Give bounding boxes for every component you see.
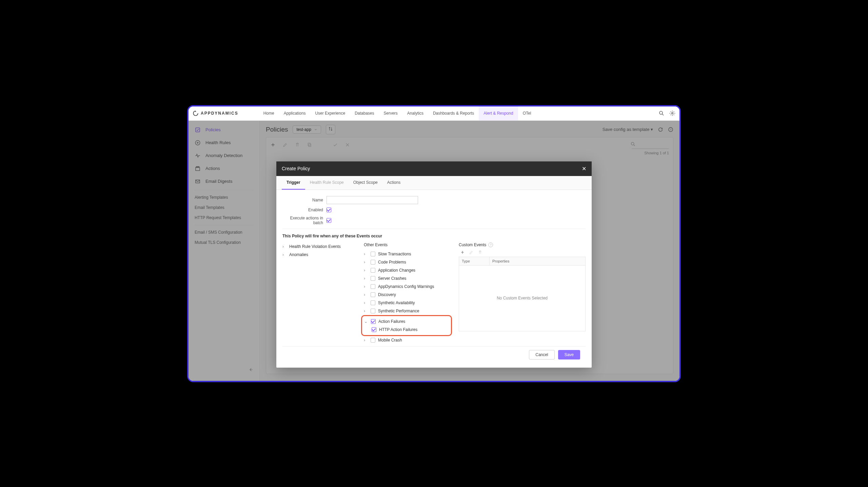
close-icon[interactable]: ✕ [582,165,586,172]
custom-events-toolbar [459,250,586,255]
svg-point-3 [672,113,673,114]
tree-item[interactable]: ›Health Rule Violation Events [282,242,357,251]
event-checkbox[interactable] [371,319,376,324]
policy-name-input[interactable] [327,196,418,204]
chevron-right-icon[interactable]: › [282,244,287,249]
event-label: Action Failures [378,319,405,324]
name-label: Name [282,198,327,202]
modal-tab-actions[interactable]: Actions [382,176,405,190]
event-checkbox[interactable] [372,327,376,332]
event-item[interactable]: ›Mobile Crash [364,336,452,344]
event-item[interactable]: ›Slow Transactions [364,250,452,258]
custom-events-table: Type Properties No Custom Events Selecte… [459,257,586,331]
event-item[interactable]: ›Synthetic Availability [364,299,452,307]
delete-icon[interactable] [478,250,482,255]
chevron-right-icon[interactable]: › [364,338,368,343]
modal-header: Create Policy ✕ [276,161,592,176]
chevron-right-icon[interactable]: › [364,260,368,265]
event-item[interactable]: ›Application Changes [364,266,452,274]
brand-text: APPDYNAMICS [201,111,238,116]
event-label: HTTP Action Failures [379,327,417,332]
topnav-item-databases[interactable]: Databases [350,106,379,120]
trigger-section-title: This Policy will fire when any of these … [282,234,586,238]
edit-icon[interactable] [469,250,474,255]
chevron-right-icon[interactable]: › [364,276,368,281]
event-item[interactable]: ›Server Crashes [364,274,452,283]
topnav-item-alert-respond[interactable]: Alert & Respond [479,106,518,120]
chevron-right-icon[interactable]: › [364,300,368,305]
gear-icon[interactable] [669,110,675,116]
topbar-actions [658,110,675,116]
appdynamics-logo-icon [193,110,199,116]
top-nav: HomeApplicationsUser ExperienceDatabases… [259,106,536,120]
enabled-checkbox[interactable] [327,208,331,212]
modal-footer: Cancel Save [282,346,586,364]
event-checkbox[interactable] [371,276,375,281]
table-header-type: Type [459,257,490,265]
event-checkbox[interactable] [371,338,375,343]
event-label: Slow Transactions [378,252,411,256]
event-item[interactable]: ⌄Action Failures [364,317,449,326]
modal-tab-trigger[interactable]: Trigger [282,176,305,190]
other-events-header: Other Events [364,242,452,247]
chevron-right-icon[interactable]: › [364,268,368,273]
event-label: Application Changes [378,268,415,273]
batch-checkbox[interactable] [327,218,331,223]
modal-body: Name Enabled Execute actions in batch Th… [276,190,592,368]
event-checkbox[interactable] [371,252,375,256]
chevron-right-icon[interactable]: › [364,292,368,297]
search-icon[interactable] [658,110,665,116]
event-checkbox[interactable] [371,300,375,305]
topnav-item-servers[interactable]: Servers [379,106,402,120]
event-label: Synthetic Performance [378,309,419,313]
save-button[interactable]: Save [558,350,580,359]
event-item[interactable]: ›AppDynamics Config Warnings [364,283,452,291]
chevron-right-icon[interactable]: › [364,284,368,289]
modal-overlay: Create Policy ✕ TriggerHealth Rule Scope… [189,121,679,381]
custom-events-column: Custom Events ? Type [459,242,586,344]
event-label: Discovery [378,292,396,297]
chevron-down-icon[interactable]: ⌄ [364,319,368,324]
chevron-right-icon[interactable]: › [364,309,368,313]
app-frame: APPDYNAMICS HomeApplicationsUser Experie… [187,105,681,382]
event-item[interactable]: ›Discovery [364,291,452,299]
chevron-right-icon[interactable]: › [282,252,287,257]
topnav-item-applications[interactable]: Applications [279,106,311,120]
tree-item[interactable]: ›Anomalies [282,251,357,259]
topnav-item-dashboards-reports[interactable]: Dashboards & Reports [428,106,479,120]
table-header-properties: Properties [490,257,585,265]
cancel-button[interactable]: Cancel [529,350,554,359]
event-checkbox[interactable] [371,284,375,289]
custom-events-empty: No Custom Events Selected [459,266,585,331]
event-checkbox[interactable] [371,309,375,313]
divider [282,229,586,229]
brand-logo: APPDYNAMICS [193,110,238,116]
health-events-column: ›Health Rule Violation Events›Anomalies [282,242,357,344]
topnav-item-user-experience[interactable]: User Experience [310,106,350,120]
event-checkbox[interactable] [371,268,375,273]
help-icon[interactable]: ? [488,242,493,247]
event-label: AppDynamics Config Warnings [378,284,434,289]
event-label: Synthetic Availability [378,300,415,305]
event-checkbox[interactable] [371,292,375,297]
add-icon[interactable] [460,250,465,255]
topnav-item-otel[interactable]: OTel [518,106,536,120]
modal-tab-object-scope[interactable]: Object Scope [349,176,382,190]
event-checkbox[interactable] [371,260,375,265]
topnav-item-analytics[interactable]: Analytics [402,106,428,120]
topbar: APPDYNAMICS HomeApplicationsUser Experie… [189,106,679,121]
event-item[interactable]: ›Code Problems [364,258,452,266]
event-child-item[interactable]: HTTP Action Failures [372,326,449,334]
create-policy-modal: Create Policy ✕ TriggerHealth Rule Scope… [276,161,592,368]
chevron-right-icon[interactable]: › [364,252,368,256]
event-label: Code Problems [378,260,406,265]
svg-point-1 [659,111,663,114]
event-item[interactable]: ›Synthetic Performance [364,307,452,315]
tree-label: Anomalies [289,252,308,257]
tree-label: Health Rule Violation Events [289,244,341,249]
topnav-item-home[interactable]: Home [259,106,279,120]
trigger-columns: ›Health Rule Violation Events›Anomalies … [282,242,586,344]
event-label: Mobile Crash [378,338,402,343]
custom-events-header: Custom Events ? [459,242,586,247]
modal-tab-health-rule-scope: Health Rule Scope [305,176,349,190]
